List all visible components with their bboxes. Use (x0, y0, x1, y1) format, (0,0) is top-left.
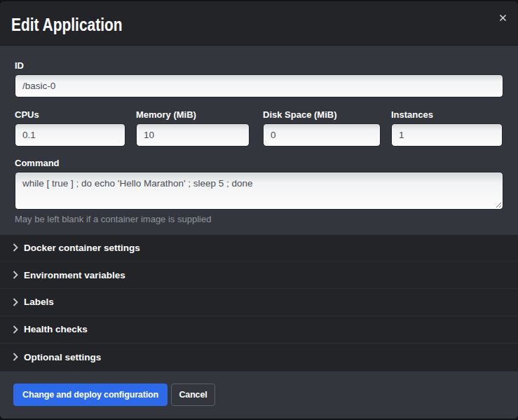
modal-title: Edit Application (11, 15, 123, 34)
edit-application-modal: Edit Application ID CPUs Memory (MiB) Di… (0, 1, 518, 419)
section-label: Optional settings (24, 352, 101, 363)
chevron-right-icon (13, 325, 18, 334)
id-label: ID (15, 60, 503, 72)
cancel-button[interactable]: Cancel (171, 384, 215, 406)
memory-input[interactable] (136, 123, 250, 147)
collapsible-sections: Docker container settings Environment va… (0, 235, 518, 372)
modal-footer: Change and deploy configuration Cancel (0, 372, 518, 419)
cpus-input[interactable] (15, 123, 125, 147)
chevron-right-icon (13, 243, 18, 252)
instances-input[interactable] (391, 123, 503, 147)
section-labels[interactable]: Labels (0, 289, 518, 316)
id-input[interactable] (15, 74, 503, 97)
memory-label: Memory (MiB) (136, 109, 250, 121)
chevron-right-icon (13, 271, 18, 279)
disk-space-label: Disk Space (MiB) (263, 109, 381, 121)
change-and-deploy-button[interactable]: Change and deploy configuration (13, 384, 168, 406)
section-label: Environment variables (24, 270, 125, 280)
cpus-label: CPUs (15, 109, 125, 121)
disk-space-input[interactable] (263, 123, 381, 147)
application-form: ID CPUs Memory (MiB) Disk Space (MiB) In… (0, 46, 518, 235)
section-optional-settings[interactable]: Optional settings (0, 344, 518, 372)
section-docker-container-settings[interactable]: Docker container settings (0, 235, 518, 262)
chevron-right-icon (13, 353, 18, 361)
close-icon (499, 14, 507, 22)
section-label: Health checks (24, 324, 88, 334)
section-label: Labels (24, 297, 54, 307)
section-health-checks[interactable]: Health checks (0, 316, 518, 344)
section-label: Docker container settings (24, 243, 140, 253)
command-help-text: May be left blank if a container image i… (15, 213, 503, 235)
section-environment-variables[interactable]: Environment variables (0, 262, 518, 289)
command-textarea[interactable]: while [ true ] ; do echo 'Hello Marathon… (15, 172, 503, 210)
command-label: Command (15, 157, 503, 170)
close-button[interactable] (496, 11, 509, 24)
chevron-right-icon (13, 298, 18, 306)
modal-header: Edit Application (0, 1, 518, 46)
instances-label: Instances (391, 109, 503, 121)
